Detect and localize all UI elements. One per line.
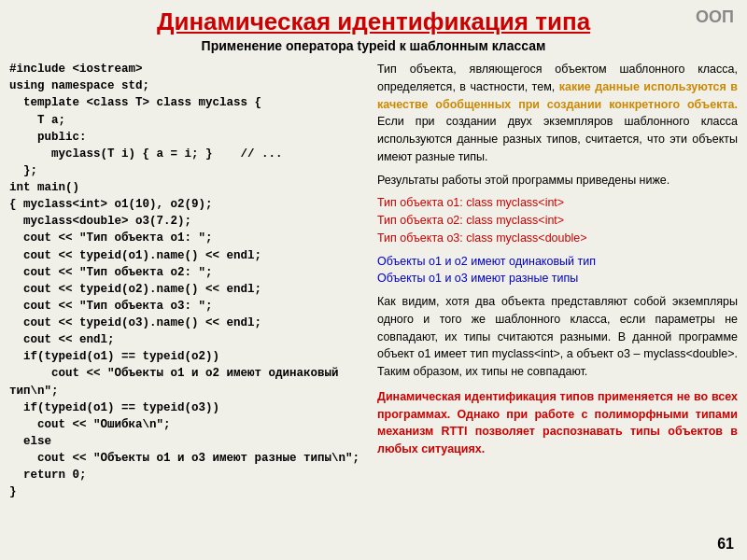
page: ООП Динамическая идентификация типа Прим…: [0, 0, 747, 560]
bottom-note: Динамическая идентификация типов применя…: [377, 388, 738, 458]
equal-types-2: Объекты o1 и o3 имеют разные типы: [377, 270, 738, 287]
desc-para2: Результаты работы этой программы приведе…: [377, 172, 738, 189]
highlight-text: какие данные используются в качестве обо…: [377, 80, 738, 111]
page-title: Динамическая идентификация типа: [9, 7, 738, 36]
equal-types-1: Объекты o1 и o2 имеют одинаковый тип: [377, 253, 738, 271]
page-subtitle: Применение оператора typeid к шаблонным …: [9, 38, 738, 53]
equal-types-section: Объекты o1 и o2 имеют одинаковый тип Объ…: [377, 253, 738, 288]
result-line-3: Тип объекта o3: class myclass<double>: [377, 230, 738, 247]
description-column: Тип объекта, являющегося объектом шаблон…: [377, 61, 738, 500]
result-line-2: Тип объекта o2: class myclass<int>: [377, 212, 738, 230]
results-section: Тип объекта o1: class myclass<int> Тип о…: [377, 194, 738, 246]
page-number: 61: [717, 536, 734, 553]
code-column: #include <iostream> using namespace std;…: [9, 61, 364, 500]
result-line-1: Тип объекта o1: class myclass<int>: [377, 194, 738, 212]
oop-label: ООП: [696, 7, 734, 27]
desc-para1: Тип объекта, являющегося объектом шаблон…: [377, 61, 738, 166]
desc-para3: Как видим, хотя два объекта представляют…: [377, 293, 738, 381]
code-block: #include <iostream> using namespace std;…: [9, 61, 364, 500]
content-area: #include <iostream> using namespace std;…: [9, 61, 738, 500]
